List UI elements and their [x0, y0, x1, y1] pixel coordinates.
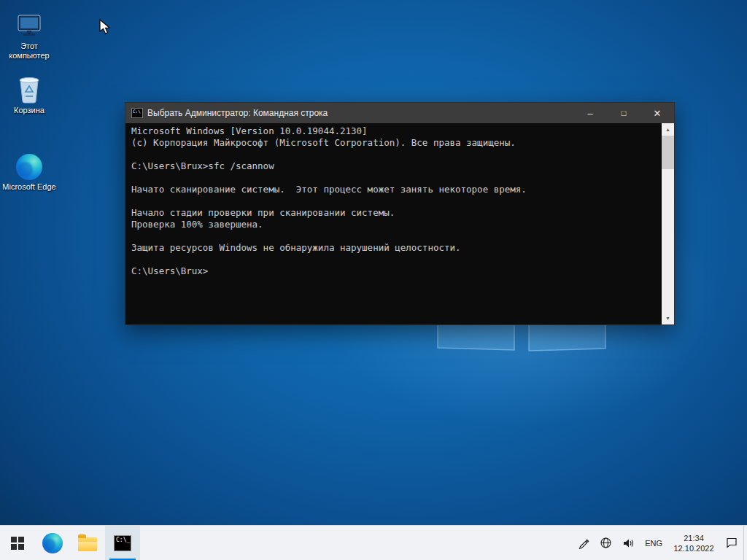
console-scrollbar[interactable]: ▲ ▼ [662, 123, 674, 324]
volume-tray-button[interactable] [617, 526, 640, 560]
show-desktop-button[interactable] [743, 526, 747, 560]
taskbar-cmd-button[interactable]: C:\_ [105, 526, 140, 560]
console-line [131, 254, 662, 265]
console-output: Microsoft Windows [Version 10.0.19044.21… [125, 123, 662, 324]
taskbar-edge-button[interactable] [35, 526, 70, 560]
network-tray-button[interactable] [595, 526, 617, 560]
console-line [131, 172, 662, 184]
close-button[interactable]: ✕ [640, 103, 674, 123]
edge-icon [42, 533, 63, 553]
command-prompt-window: C:\ Выбрать Администратор: Командная стр… [125, 102, 675, 325]
clock-time: 21:34 [684, 533, 704, 543]
maximize-button[interactable]: □ [607, 103, 640, 123]
windows-logo-icon [11, 537, 24, 550]
mouse-cursor [98, 19, 113, 35]
console-line: Проверка 100% завершена. [131, 219, 662, 230]
folder-icon [78, 537, 97, 551]
desktop-icon-edge[interactable]: Microsoft Edge [1, 149, 57, 192]
taskbar-clock[interactable]: 21:34 12.10.2022 [667, 526, 720, 560]
pen-icon [578, 537, 589, 549]
console-line: Начато сканирование системы. Этот процес… [131, 184, 662, 195]
speaker-icon [622, 537, 635, 549]
console-line [131, 195, 662, 207]
recycle-bin-icon [1, 73, 57, 104]
desktop-icon-label: Microsoft Edge [1, 182, 57, 192]
console-line: Начало стадии проверки при сканировании … [131, 207, 662, 219]
console-line: C:\Users\Brux>sfc /scannow [131, 160, 662, 172]
scroll-up-icon[interactable]: ▲ [662, 123, 674, 136]
desktop-icon-recycle-bin[interactable]: Корзина [1, 73, 57, 115]
desktop-icon-label: Корзина [1, 106, 57, 115]
console-line [131, 149, 662, 160]
notification-icon [725, 537, 738, 549]
language-indicator[interactable]: ENG [640, 526, 667, 560]
scrollbar-thumb[interactable] [662, 136, 674, 169]
globe-icon [600, 537, 612, 549]
cmd-window-icon: C:\ [131, 108, 143, 118]
scroll-down-icon[interactable]: ▼ [662, 312, 674, 324]
this-pc-icon [1, 9, 57, 39]
console-line [131, 230, 662, 242]
console-line: (c) Корпорация Майкрософт (Microsoft Cor… [131, 137, 662, 149]
console-line: Защита ресурсов Windows не обнаружила на… [131, 242, 662, 254]
taskbar-file-explorer-button[interactable] [70, 526, 105, 560]
console-line: C:\Users\Brux> [131, 265, 662, 277]
console-area[interactable]: Microsoft Windows [Version 10.0.19044.21… [125, 123, 674, 324]
start-button[interactable] [0, 526, 35, 560]
system-tray: ENG 21:34 12.10.2022 [573, 526, 747, 560]
desktop-icon-this-pc[interactable]: Этот компьютер [1, 9, 57, 61]
console-line: Microsoft Windows [Version 10.0.19044.21… [131, 125, 662, 137]
desktop: Этот компьютер Корзина Microsoft Edge C:… [0, 0, 747, 560]
window-titlebar[interactable]: C:\ Выбрать Администратор: Командная стр… [125, 103, 674, 123]
desktop-icon-label: Этот компьютер [1, 42, 57, 61]
action-center-button[interactable] [720, 526, 743, 560]
pen-tray-button[interactable] [573, 526, 595, 560]
taskbar: C:\_ ENG [0, 525, 747, 560]
window-title: Выбрать Администратор: Командная строка [147, 108, 573, 118]
minimize-button[interactable]: – [573, 103, 607, 123]
cmd-icon: C:\_ [114, 535, 131, 551]
edge-icon [1, 149, 57, 180]
clock-date: 12.10.2022 [673, 543, 713, 553]
